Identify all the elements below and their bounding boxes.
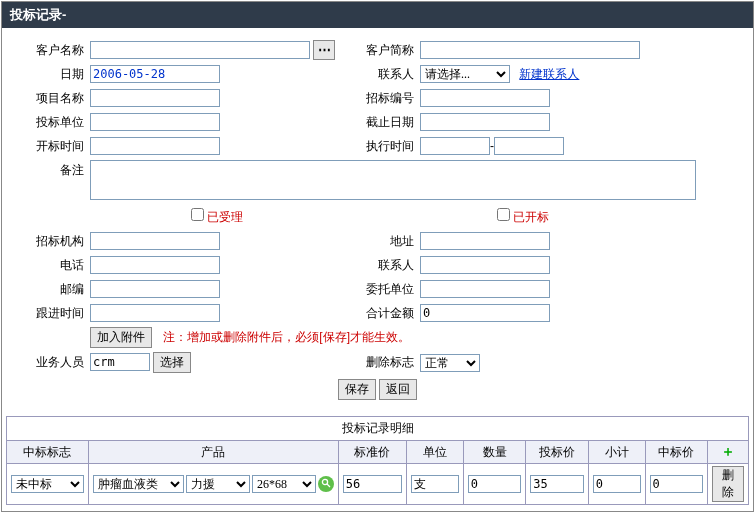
label-date: 日期 <box>12 62 87 86</box>
cust-name-input[interactable] <box>90 41 310 59</box>
entrust-unit-input[interactable] <box>420 280 550 298</box>
label-contact2: 联系人 <box>347 253 417 277</box>
label-proj-name: 项目名称 <box>12 86 87 110</box>
page-title: 投标记录- <box>2 2 753 28</box>
label-deadline: 截止日期 <box>347 110 417 134</box>
col-product: 产品 <box>88 441 338 464</box>
opened-label: 已开标 <box>513 210 549 224</box>
add-row-icon[interactable]: ＋ <box>721 443 735 459</box>
follow-time-input[interactable] <box>90 304 220 322</box>
back-button[interactable]: 返回 <box>379 379 417 400</box>
search-icon[interactable] <box>318 476 334 492</box>
svg-point-0 <box>322 479 327 484</box>
address-input[interactable] <box>420 232 550 250</box>
row-win-flag-select[interactable]: 未中标 <box>11 475 84 493</box>
accepted-checkbox[interactable] <box>191 208 204 221</box>
attach-note: 注：增加或删除附件后，必须[保存]才能生效。 <box>163 330 410 344</box>
col-std-price: 标准价 <box>338 441 406 464</box>
row-prod3-select[interactable]: 26*68 <box>252 475 316 493</box>
agency-input[interactable] <box>90 232 220 250</box>
row-subtotal-input[interactable] <box>593 475 641 493</box>
label-bid-unit: 投标单位 <box>12 110 87 134</box>
label-cust-short: 客户简称 <box>347 38 417 62</box>
col-subtotal: 小计 <box>588 441 645 464</box>
label-follow-time: 跟进时间 <box>12 301 87 325</box>
accepted-label: 已受理 <box>207 210 243 224</box>
label-open-time: 开标时间 <box>12 134 87 158</box>
add-attach-button[interactable]: 加入附件 <box>90 327 152 348</box>
label-cust-name: 客户名称 <box>12 38 87 62</box>
col-bid-price: 投标价 <box>526 441 588 464</box>
label-agency: 招标机构 <box>12 229 87 253</box>
label-contact: 联系人 <box>347 62 417 86</box>
new-contact-link[interactable]: 新建联系人 <box>519 67 579 81</box>
row-unit-input[interactable] <box>411 475 459 493</box>
label-total-amt: 合计金额 <box>347 301 417 325</box>
row-bid-price-input[interactable] <box>530 475 583 493</box>
col-qty: 数量 <box>463 441 525 464</box>
col-win-flag: 中标标志 <box>7 441 89 464</box>
contact2-input[interactable] <box>420 256 550 274</box>
bid-unit-input[interactable] <box>90 113 220 131</box>
staff-input[interactable] <box>90 353 150 371</box>
label-phone: 电话 <box>12 253 87 277</box>
choose-staff-button[interactable]: 选择 <box>153 352 191 373</box>
deadline-input[interactable] <box>420 113 550 131</box>
cust-short-input[interactable] <box>420 41 640 59</box>
label-exec-time: 执行时间 <box>347 134 417 158</box>
grid-data-row: 未中标 肿瘤血液类 力援 26*68 删除 <box>7 464 749 505</box>
opened-checkbox[interactable] <box>497 208 510 221</box>
label-staff: 业务人员 <box>12 350 87 375</box>
row-delete-button[interactable]: 删除 <box>712 466 744 502</box>
total-amt-input[interactable] <box>420 304 550 322</box>
svg-line-1 <box>327 484 330 487</box>
open-time-input[interactable] <box>90 137 220 155</box>
col-win-price: 中标价 <box>645 441 707 464</box>
save-button[interactable]: 保存 <box>338 379 376 400</box>
row-win-price-input[interactable] <box>650 475 703 493</box>
col-unit: 单位 <box>406 441 463 464</box>
contact-select[interactable]: 请选择... <box>420 65 510 83</box>
zip-input[interactable] <box>90 280 220 298</box>
label-bid-no: 招标编号 <box>347 86 417 110</box>
cust-lookup-button[interactable]: ⋯ <box>313 40 335 60</box>
label-remark: 备注 <box>12 158 87 205</box>
label-address: 地址 <box>347 229 417 253</box>
remark-textarea[interactable] <box>90 160 696 200</box>
del-flag-select[interactable]: 正常 <box>420 354 480 372</box>
date-input[interactable] <box>90 65 220 83</box>
row-qty-input[interactable] <box>468 475 521 493</box>
grid-header-row: 中标标志 产品 标准价 单位 数量 投标价 小计 中标价 ＋ <box>7 441 749 464</box>
row-std-price-input[interactable] <box>343 475 402 493</box>
label-del-flag: 删除标志 <box>347 350 417 375</box>
phone-input[interactable] <box>90 256 220 274</box>
bid-no-input[interactable] <box>420 89 550 107</box>
row-prod2-select[interactable]: 力援 <box>186 475 250 493</box>
row-prod1-select[interactable]: 肿瘤血液类 <box>93 475 184 493</box>
label-entrust-unit: 委托单位 <box>347 277 417 301</box>
exec-time-from-input[interactable] <box>420 137 490 155</box>
grid-title: 投标记录明细 <box>6 416 749 440</box>
proj-name-input[interactable] <box>90 89 220 107</box>
exec-time-to-input[interactable] <box>494 137 564 155</box>
label-zip: 邮编 <box>12 277 87 301</box>
